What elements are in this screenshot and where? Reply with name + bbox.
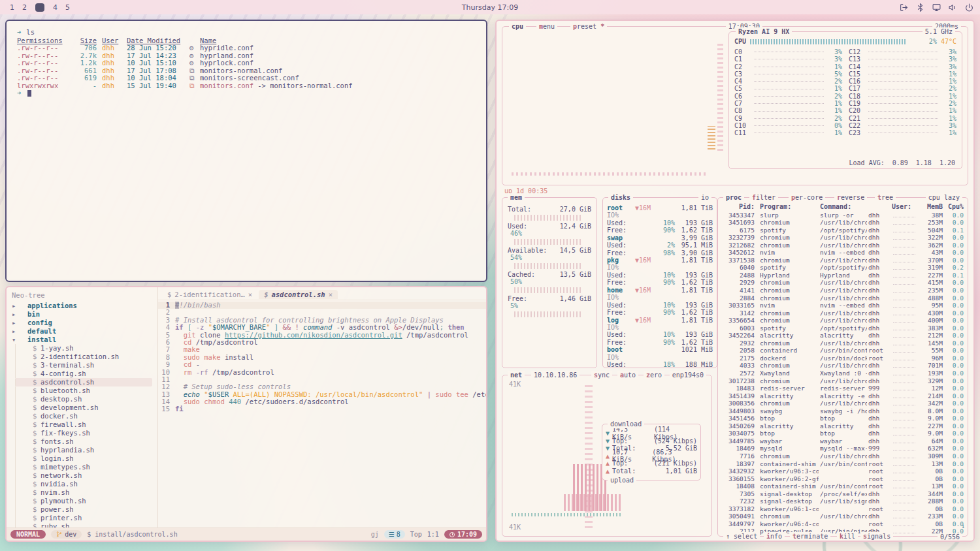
tree-item[interactable]: $ asdcontrol.sh [15,378,152,386]
tree-item[interactable]: $ firewall.sh [15,420,152,429]
process-row[interactable]: 2175 dockerd /usr/bin/dockerd - root 96M… [722,354,964,362]
process-row[interactable]: 6040 spotify /opt/spotify/spoti dhh 319M… [722,264,964,272]
process-row[interactable]: 3450269 alacritty alacritty dhh 227M 0.0 [722,422,964,430]
tree-item[interactable]: $ 3-terminal.sh [15,361,152,370]
info-button[interactable]: info [764,532,785,541]
process-row[interactable]: 2932 chromium /usr/lib/chromium/ dhh 145… [722,339,964,347]
process-row[interactable]: 3449797 kworker/u96:4-co root 0B 0.0 [722,520,964,528]
tree-item[interactable]: ▸ default [12,327,152,336]
process-row[interactable]: 3008356 chromium /usr/lib/chromium/ dhh … [722,400,964,407]
preset-button[interactable]: preset * [570,22,607,31]
tree-item[interactable]: ▸ applications [12,302,152,310]
process-row[interactable]: 7716 chromium /usr/lib/chromium/ dhh 309… [722,452,964,460]
process-row[interactable]: 3034075 btop btop dhh 9.0M 0.0 [722,430,964,437]
filter-button[interactable]: filter [749,193,778,202]
process-row[interactable]: 2058 containerd /usr/bin/container root … [722,347,964,354]
process-row[interactable]: 3432932 kworker/u96:3-co root 0B 0.0 [722,467,964,475]
tree-item[interactable]: $ 2-identification.sh [15,353,152,361]
process-row[interactable]: 3142 chromium /usr/lib/chromium/ dhh 430… [722,309,964,317]
process-row[interactable]: 2884 chromium /usr/lib/chromium/ dhh 488… [722,294,964,302]
tree-item[interactable]: $ bluetooth.sh [15,386,152,395]
process-row[interactable]: 6003 spotify /opt/spotify/spoti dhh 383M… [722,324,964,332]
tree-item[interactable]: $ 4-config.sh [15,370,152,378]
tree-item[interactable]: $ desktop.sh [15,395,152,403]
shell-prompt-input[interactable]: ➜ [17,89,476,97]
process-row[interactable]: 18397 containerd-shim /usr/bin/container… [722,460,964,468]
bluetooth-icon[interactable] [916,3,924,12]
process-row[interactable]: 3356654 chromium /usr/lib/chromium/ dhh … [722,317,964,324]
tree-button[interactable]: tree [875,193,896,202]
tree-item[interactable]: $ fix-fkeys.sh [15,429,152,437]
tree-item[interactable]: $ nvim.sh [15,488,152,497]
code-buffer[interactable]: 1 #!/bin/bash 2 3 # Install asdcontrol f… [158,300,486,527]
process-row[interactable]: 3017238 chromium /usr/lib/chromium/ dhh … [722,377,964,385]
sync-button[interactable]: sync [591,371,612,379]
per-core-button[interactable]: per-core [789,193,825,202]
tree-item[interactable]: ▸ bin [12,310,152,319]
process-row[interactable]: 6175 spotify /opt/spotify/spoti dhh 504M… [722,227,964,234]
workspace-button[interactable]: 1 [7,3,18,12]
process-row[interactable]: 3452612 nvim nvim --embed . dhh 43M 0.0 [722,249,964,257]
process-row[interactable]: 3371538 chromium /usr/lib/chromium/ dhh … [722,257,964,264]
process-row[interactable]: 3451456 btop btop dhh 9.0M 0.0 [722,415,964,422]
tree-item[interactable]: $ network.sh [15,471,152,480]
tree-item[interactable]: $ docker.sh [15,412,152,420]
close-tab-icon[interactable]: × [329,291,333,298]
tree-item[interactable]: $ mimetypes.sh [15,463,152,471]
logout-icon[interactable] [900,3,908,12]
process-row[interactable]: 3360155 kworker/u96:2-gf root 0B 0.0 [722,475,964,483]
display-icon[interactable] [932,3,941,12]
workspace-button[interactable]: 4 [50,3,61,12]
process-row[interactable]: 3033165 nvim nvim --embed . dhh 95M 0.0 [722,302,964,309]
process-row[interactable]: 4033 chromium /usr/lib/chromium/ dhh 701… [722,362,964,370]
terminate-button[interactable]: terminate [790,532,830,541]
process-row[interactable]: 3050491 chromium /usr/lib/chromium/ dhh … [722,512,964,520]
kill-button[interactable]: kill [837,532,858,541]
tree-item[interactable]: $ plymouth.sh [15,497,152,505]
sort-mode[interactable]: cpu lazy [926,193,962,202]
tree-item[interactable]: $ power.sh [15,505,152,514]
process-row[interactable]: 18408 containerd-shim /usr/bin/container… [722,482,964,490]
tree-item[interactable]: $ printer.sh [15,514,152,522]
zero-button[interactable]: zero [644,371,664,379]
process-row[interactable]: 18469 mysqld mysqld --max-conne 999 632M… [722,445,964,452]
process-row[interactable]: 2488 Hyprland Hyprland dhh 227M 0.1 [722,272,964,279]
tree-item[interactable]: ▾ install [12,336,152,344]
io-mode-button[interactable]: io [698,193,711,202]
process-row[interactable]: 3373182 kworker/u96:1-co root 0B 0.0 [722,505,964,513]
signals-button[interactable]: signals [860,532,893,541]
process-row[interactable]: 2929 chromium /usr/lib/chromium/ dhh 415… [722,279,964,287]
tree-item[interactable]: $ hyprlandia.sh [15,446,152,454]
close-tab-icon[interactable]: × [248,291,252,298]
process-row[interactable]: 3449785 waybar waybar dhh 64M 0.0 [722,437,964,445]
workspace-button[interactable]: 5 [62,3,73,12]
process-row[interactable]: 3232739 chromium /usr/lib/chromium/ dhh … [722,234,964,242]
process-row[interactable]: 3451693 chromium /usr/lib/chromium/ dhh … [722,219,964,227]
volume-icon[interactable] [949,3,957,12]
tree-item[interactable]: $ login.sh [15,454,152,463]
tree-item[interactable]: $ 1-yay.sh [15,344,152,353]
workspace-button[interactable]: 2 [19,3,30,12]
process-row[interactable]: 3449803 swaybg swaybg -i /home/dh dhh 8.… [722,407,964,415]
process-row[interactable]: 3453347 slurp slurp -or dhh 38M 0.0 [722,212,964,219]
process-row[interactable]: 4141 chromium /usr/lib/chromium/ dhh 235… [722,287,964,294]
tab-asdcontrol[interactable]: $ asdcontrol.sh × [259,290,338,299]
process-row[interactable]: 7232 signal-desktop /usr/lib/signal-de d… [722,497,964,505]
auto-button[interactable]: auto [617,371,638,379]
tree-item[interactable]: ▸ config [12,319,152,327]
tree-item[interactable]: $ fonts.sh [15,437,152,446]
workspace-button[interactable]: 3 [35,3,44,12]
tree-item[interactable]: $ nvidia.sh [15,480,152,488]
scroll-down-icon[interactable]: ↓ [961,522,965,530]
power-icon[interactable] [965,3,973,12]
process-row[interactable]: 18483 redis-server redis-server *:637 99… [722,385,964,392]
process-row[interactable]: 3452264 alacritty alacritty dhh 212M 0.0 [722,332,964,339]
process-row[interactable]: 7305 signal-desktop /proc/self/exe --t d… [722,490,964,498]
tree-item[interactable]: $ ruby.sh [15,522,152,527]
process-row[interactable]: 3212682 chromium /usr/lib/chromium/ dhh … [722,242,964,249]
tree-item[interactable]: $ development.sh [15,403,152,412]
process-row[interactable]: 2572 Xwayland Xwayland :0 -rootl dhh 193… [722,370,964,377]
process-row[interactable]: 3451439 alacritty alacritty -e btop dhh … [722,392,964,400]
reverse-button[interactable]: reverse [834,193,867,202]
tab-2-identification[interactable]: $ 2-identification… × [162,290,257,299]
